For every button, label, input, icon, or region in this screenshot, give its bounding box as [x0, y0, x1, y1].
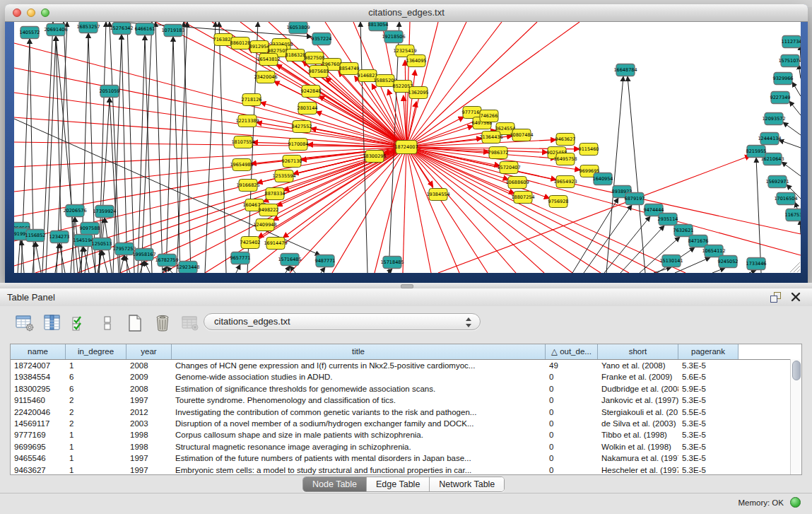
table-cell[interactable]: 2003 [126, 418, 172, 429]
new-table-icon[interactable] [124, 313, 146, 334]
table-cell[interactable]: Jankovic et al. (1997) [598, 395, 678, 406]
column-header-in_degree[interactable]: in_degree [66, 344, 126, 359]
table-cell[interactable]: 1998 [126, 429, 172, 440]
delete-trash-icon[interactable] [152, 313, 173, 334]
table-cell[interactable]: 5.9E-5 [678, 383, 739, 395]
table-cell[interactable]: 49 [546, 360, 598, 371]
table-cell[interactable]: Stergiakouli et al. (2012) [598, 407, 678, 418]
table-row[interactable]: 1456911722003Disruption of a novel membe… [11, 418, 801, 429]
table-row[interactable]: 977716911998Corpus callosum shape and si… [11, 429, 801, 440]
table-row[interactable]: 946362711997Embryonic stem cells: a mode… [11, 465, 801, 475]
table-cell[interactable]: 18724007 [11, 360, 66, 371]
panel-splitter[interactable] [0, 283, 812, 288]
table-settings-icon[interactable] [14, 313, 35, 334]
table-cell[interactable]: 5.3E-5 [678, 395, 739, 406]
table-cell[interactable]: Dudbridge et al. (2008) [598, 383, 678, 395]
tab-network-table[interactable]: Network Table [430, 477, 504, 491]
table-row[interactable]: 2242004622012Investigating the contribut… [11, 407, 801, 418]
table-cell[interactable]: 1 [66, 441, 126, 452]
network-canvas[interactable]: 1830029519384554977716964975687462663624… [14, 22, 801, 273]
table-cell[interactable]: 1 [66, 429, 126, 440]
table-scrollbar[interactable] [790, 359, 801, 474]
tab-node-table[interactable]: Node Table [303, 477, 367, 491]
table-cell[interactable]: 5.3E-5 [678, 441, 739, 452]
table-cell[interactable]: 1 [66, 452, 126, 464]
table-cell[interactable]: 2 [66, 395, 126, 406]
table-cell[interactable]: 9699695 [11, 441, 66, 452]
window-titlebar[interactable]: citations_edges.txt [5, 4, 808, 22]
table-cell[interactable]: Disruption of a novel member of a sodium… [172, 418, 546, 429]
table-cell[interactable]: 9463627 [11, 465, 66, 475]
table-cell[interactable]: Tibbo et al. (1998) [598, 429, 678, 440]
table-cell[interactable]: 9777169 [11, 429, 66, 440]
row-height-icon[interactable] [97, 313, 118, 334]
table-cell[interactable]: Estimation of significance thresholds fo… [172, 383, 546, 395]
table-cell[interactable]: 2 [66, 418, 126, 429]
canvas-resize-grip[interactable] [790, 262, 800, 272]
table-cell[interactable]: 2012 [126, 407, 172, 418]
column-header-name[interactable]: name [11, 344, 66, 359]
table-cell[interactable]: 1998 [126, 441, 172, 452]
table-row[interactable]: 1872400712008Changes of HCN gene express… [11, 360, 801, 371]
table-cell[interactable]: 14569117 [11, 418, 66, 429]
table-cell[interactable]: 5.3E-5 [678, 465, 739, 475]
table-cell[interactable]: 0 [546, 371, 598, 382]
table-cell[interactable]: 5.3E-5 [678, 360, 739, 371]
table-cell[interactable]: 5.3E-5 [678, 452, 739, 464]
table-cell[interactable]: 9115460 [11, 395, 66, 406]
tab-edge-table[interactable]: Edge Table [367, 477, 430, 491]
node-table[interactable]: namein_degreeyeartitle△ out_de...shortpa… [10, 344, 802, 475]
column-header-pagerank[interactable]: pagerank [678, 344, 739, 359]
table-select-dropdown[interactable]: citations_edges.txt [204, 313, 481, 330]
table-cell[interactable]: 1997 [126, 395, 172, 406]
network-graph[interactable]: 1830029519384554977716964975687462663624… [14, 22, 801, 273]
column-header-title[interactable]: title [172, 344, 546, 359]
table-cell[interactable]: 1997 [126, 452, 172, 464]
table-cell[interactable]: 0 [546, 465, 598, 475]
table-cell[interactable]: 1 [66, 465, 126, 475]
table-cell[interactable]: 5.3E-5 [678, 429, 739, 440]
table-scrollbar-thumb[interactable] [792, 361, 801, 380]
table-cell[interactable]: Corpus callosum shape and size in male p… [172, 429, 546, 440]
table-cell[interactable]: 1997 [126, 465, 172, 475]
table-cell[interactable]: 6 [66, 371, 126, 382]
table-cell[interactable]: 5.6E-5 [678, 371, 739, 382]
select-all-checks-icon[interactable] [69, 313, 90, 334]
column-header-year[interactable]: year [126, 344, 172, 359]
table-cell[interactable]: 2008 [126, 360, 172, 371]
table-cell[interactable]: 19384554 [11, 371, 66, 382]
table-cell[interactable]: 2 [66, 407, 126, 418]
table-row[interactable]: 946554611997Estimation of the future num… [11, 452, 801, 464]
table-cell[interactable]: Hescheler et al. (1997) [598, 465, 678, 475]
close-panel-icon[interactable] [791, 292, 801, 302]
table-cell[interactable]: Structural magnetic resonance image aver… [172, 441, 546, 452]
table-cell[interactable]: Estimation of the future numbers of pati… [172, 452, 546, 464]
table-cell[interactable]: 0 [546, 383, 598, 395]
select-columns-icon[interactable] [42, 313, 63, 334]
table-cell[interactable]: Changes of HCN gene expression and I(f) … [172, 360, 546, 371]
table-cell[interactable]: 5.3E-5 [678, 418, 739, 429]
table-cell[interactable]: 0 [546, 429, 598, 440]
table-row[interactable]: 911546021997Tourette syndrome. Phenomeno… [11, 395, 801, 406]
column-header-short[interactable]: short [598, 344, 678, 359]
table-row[interactable]: 969969511998Structural magnetic resonanc… [11, 441, 801, 452]
table-cell[interactable]: 0 [546, 407, 598, 418]
table-cell[interactable]: 6 [66, 383, 126, 395]
column-header-out_de[interactable]: △ out_de... [546, 344, 598, 359]
table-cell[interactable]: 5.5E-5 [678, 407, 739, 418]
table-cell[interactable]: Wolkin et al. (1998) [598, 441, 678, 452]
table-cell[interactable]: 1 [66, 360, 126, 371]
table-cell[interactable]: 18300295 [11, 383, 66, 395]
table-cell[interactable]: 0 [546, 395, 598, 406]
table-cell[interactable]: Nakamura et al. (1997) [598, 452, 678, 464]
table-cell[interactable]: 22420046 [11, 407, 66, 418]
float-panel-icon[interactable] [770, 292, 781, 303]
table-cell[interactable]: de Silva et al. (2003) [598, 418, 678, 429]
table-row[interactable]: 1830029562008Estimation of significance … [11, 383, 801, 395]
table-cell[interactable]: Genome-wide association studies in ADHD. [172, 371, 546, 382]
table-cell[interactable]: 9465546 [11, 452, 66, 464]
table-cell[interactable]: 0 [546, 441, 598, 452]
table-cell[interactable]: 2008 [126, 383, 172, 395]
table-cell[interactable]: 0 [546, 452, 598, 464]
table-cell[interactable]: 2009 [126, 371, 172, 382]
